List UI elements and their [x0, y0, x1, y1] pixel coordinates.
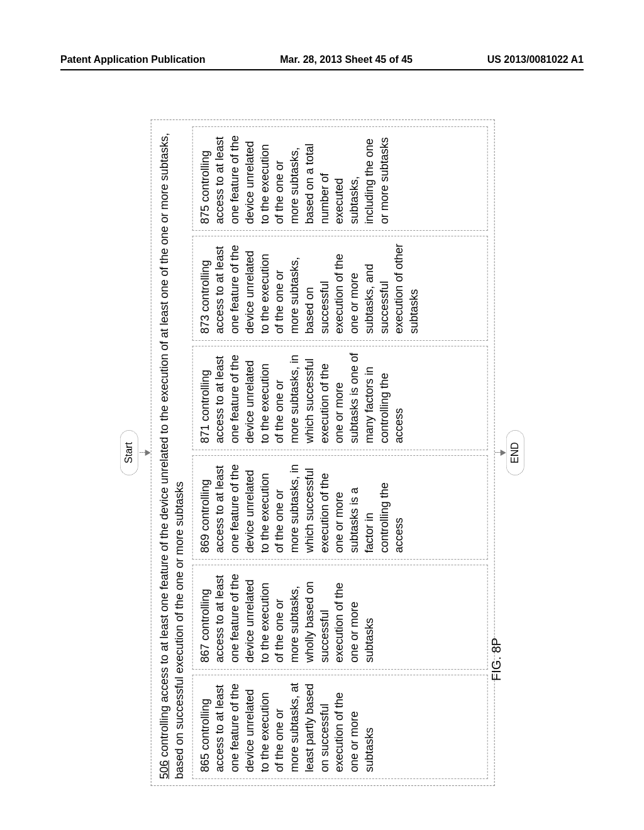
substep-873: 873 controlling access to at least one f… — [192, 236, 487, 340]
header-mid: Mar. 28, 2013 Sheet 45 of 45 — [280, 54, 413, 65]
figure-rotated: Start 506 controlling access to at least… — [120, 119, 525, 786]
substep-869: 869 controlling access to at least one f… — [192, 455, 487, 560]
substep-875: 875 controlling access to at least one f… — [192, 126, 487, 231]
end-node: END — [506, 430, 524, 475]
figure-label: FIG. 8P — [489, 638, 504, 681]
step-506-box: 506 controlling access to at least one f… — [151, 119, 495, 786]
header-right: US 2013/0081022 A1 — [487, 54, 584, 65]
arrow-down-icon — [140, 450, 151, 456]
step-506-text: controlling access to at least one featu… — [158, 133, 186, 779]
substeps-grid: 865 controlling access to at least one f… — [192, 126, 487, 779]
arrow-down-icon — [494, 450, 506, 456]
start-node: Start — [120, 430, 138, 475]
substep-867: 867 controlling access to at least one f… — [192, 565, 487, 669]
page-header: Patent Application Publication Mar. 28, … — [0, 0, 644, 69]
step-506-number: 506 — [158, 760, 170, 779]
header-left: Patent Application Publication — [60, 54, 206, 65]
substep-865: 865 controlling access to at least one f… — [192, 675, 487, 779]
header-rule — [60, 69, 584, 70]
substep-871: 871 controlling access to at least one f… — [192, 346, 487, 450]
step-506-title: 506 controlling access to at least one f… — [157, 126, 187, 779]
